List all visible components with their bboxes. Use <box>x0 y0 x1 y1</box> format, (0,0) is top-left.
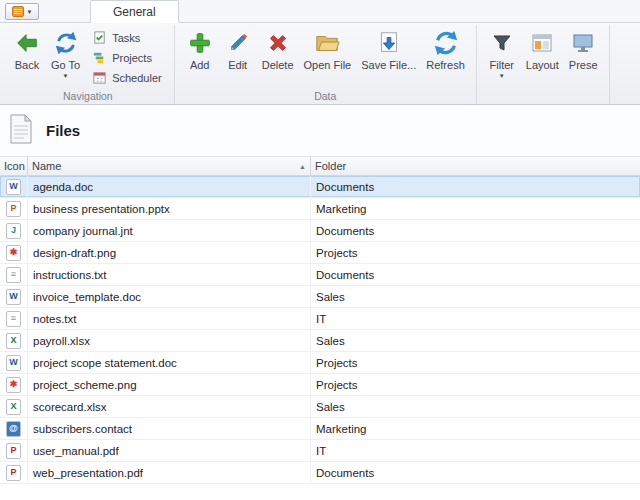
table-row[interactable]: Pweb_presentation.pdfDocuments <box>0 462 640 484</box>
button-label: Projects <box>112 52 152 64</box>
file-name-cell: project scope statement.doc <box>28 352 311 373</box>
jnt-file-icon: J <box>6 223 21 239</box>
file-name-cell: notes.txt <box>28 308 311 329</box>
file-type-cell: P <box>0 462 28 483</box>
group-items: Add Edit Delete <box>181 26 470 89</box>
save-file-icon <box>375 29 403 57</box>
ribbon-group-view: Filter ▼ Layout <box>477 25 610 104</box>
folder-cell: Sales <box>311 396 640 417</box>
file-type-cell: X <box>0 330 28 351</box>
file-name-cell: company journal.jnt <box>28 220 311 241</box>
button-label: Go To <box>51 59 80 71</box>
png-file-icon: ✱ <box>6 377 21 393</box>
file-name-cell: instructions.txt <box>28 264 311 285</box>
table-row[interactable]: ✱design-draft.pngProjects <box>0 242 640 264</box>
table-row[interactable]: ≡instructions.txtDocuments <box>0 264 640 286</box>
xlsx-file-icon: X <box>6 399 21 415</box>
table-row[interactable]: Wagenda.docDocuments <box>0 176 640 198</box>
xlsx-file-icon: X <box>6 333 21 349</box>
folder-cell: Projects <box>311 352 640 373</box>
column-label: Folder <box>315 160 346 172</box>
table-row[interactable]: Wproject scope statement.docProjects <box>0 352 640 374</box>
folder-cell: Marketing <box>311 418 640 439</box>
save-file-button[interactable]: Save File... <box>356 26 421 72</box>
file-name-cell: design-draft.png <box>28 242 311 263</box>
column-header-folder[interactable]: Folder <box>311 157 640 175</box>
file-type-cell: P <box>0 440 28 461</box>
button-label: Layout <box>526 59 559 71</box>
back-button[interactable]: Back <box>8 26 46 72</box>
column-header-icon[interactable]: Icon <box>0 157 28 175</box>
file-name-cell: project_scheme.png <box>28 374 311 395</box>
ribbon-group-data: Add Edit Delete <box>175 25 477 104</box>
table-row[interactable]: Xscorecard.xlsxSales <box>0 396 640 418</box>
projects-button[interactable]: Projects <box>87 48 166 67</box>
button-label: Refresh <box>426 59 465 71</box>
folder-cell: Marketing <box>311 198 640 219</box>
goto-button[interactable]: Go To ▼ <box>46 26 85 80</box>
application-menu-button[interactable]: ▼ <box>5 3 39 20</box>
button-label: Save File... <box>361 59 416 71</box>
folder-cell: Projects <box>311 242 640 263</box>
file-name-cell: user_manual.pdf <box>28 440 311 461</box>
grid-header: Icon Name ▲ Folder <box>0 157 640 176</box>
table-row[interactable]: Puser_manual.pdfIT <box>0 440 640 462</box>
folder-cell: Sales <box>311 286 640 307</box>
layout-button[interactable]: Layout <box>521 26 564 72</box>
button-label: Edit <box>228 59 247 71</box>
table-row[interactable]: Pbusiness presentation.pptxMarketing <box>0 198 640 220</box>
ribbon: Back Go To ▼ <box>0 23 640 105</box>
presentation-button[interactable]: Prese <box>564 26 603 72</box>
contact-file-icon: @ <box>6 421 21 437</box>
filter-button[interactable]: Filter ▼ <box>483 26 521 80</box>
folder-cell: IT <box>311 308 640 329</box>
edit-button[interactable]: Edit <box>219 26 257 72</box>
tasks-icon <box>91 30 107 46</box>
file-type-cell: W <box>0 286 28 307</box>
file-type-cell: W <box>0 176 28 197</box>
group-caption <box>483 89 603 104</box>
table-row[interactable]: @subscribers.contactMarketing <box>0 418 640 440</box>
table-row[interactable]: Xpayroll.xlsxSales <box>0 330 640 352</box>
file-type-cell: W <box>0 352 28 373</box>
presentation-icon <box>569 29 597 57</box>
button-label: Delete <box>262 59 294 71</box>
file-type-cell: ✱ <box>0 374 28 395</box>
group-items: Back Go To ▼ <box>8 26 168 89</box>
folder-cell: Documents <box>311 264 640 285</box>
edit-pencil-icon <box>224 29 252 57</box>
column-label: Name <box>32 160 61 172</box>
back-arrow-icon <box>13 29 41 57</box>
refresh-button[interactable]: Refresh <box>421 26 470 72</box>
tab-label: General <box>113 5 156 19</box>
folder-cell: Projects <box>311 374 640 395</box>
open-file-button[interactable]: Open File <box>299 26 357 72</box>
tab-general[interactable]: General <box>90 0 179 23</box>
column-label: Icon <box>4 160 25 172</box>
refresh-icon <box>432 29 460 57</box>
application-menu-icon <box>12 6 24 17</box>
txt-file-icon: ≡ <box>6 267 21 283</box>
table-row[interactable]: ≡notes.txtIT <box>0 308 640 330</box>
table-row[interactable]: ✱project_scheme.pngProjects <box>0 374 640 396</box>
table-row[interactable]: Winvoice_template.docSales <box>0 286 640 308</box>
projects-icon <box>91 50 107 66</box>
add-button[interactable]: Add <box>181 26 219 72</box>
table-row[interactable]: Jcompany journal.jntDocuments <box>0 220 640 242</box>
file-name-cell: scorecard.xlsx <box>28 396 311 417</box>
group-caption: Data <box>181 89 470 104</box>
scheduler-button[interactable]: Scheduler <box>87 68 166 87</box>
file-name-cell: invoice_template.doc <box>28 286 311 307</box>
file-type-cell: ≡ <box>0 264 28 285</box>
chevron-down-icon: ▼ <box>499 73 505 79</box>
ribbon-tab-row: ▼ General <box>0 0 640 23</box>
add-plus-icon <box>186 29 214 57</box>
pptx-file-icon: P <box>6 201 21 217</box>
delete-button[interactable]: Delete <box>257 26 299 72</box>
doc-file-icon: W <box>6 289 21 305</box>
column-header-name[interactable]: Name ▲ <box>28 157 311 175</box>
tasks-button[interactable]: Tasks <box>87 28 166 47</box>
folder-cell: Sales <box>311 330 640 351</box>
file-name-cell: business presentation.pptx <box>28 198 311 219</box>
file-type-cell: P <box>0 198 28 219</box>
